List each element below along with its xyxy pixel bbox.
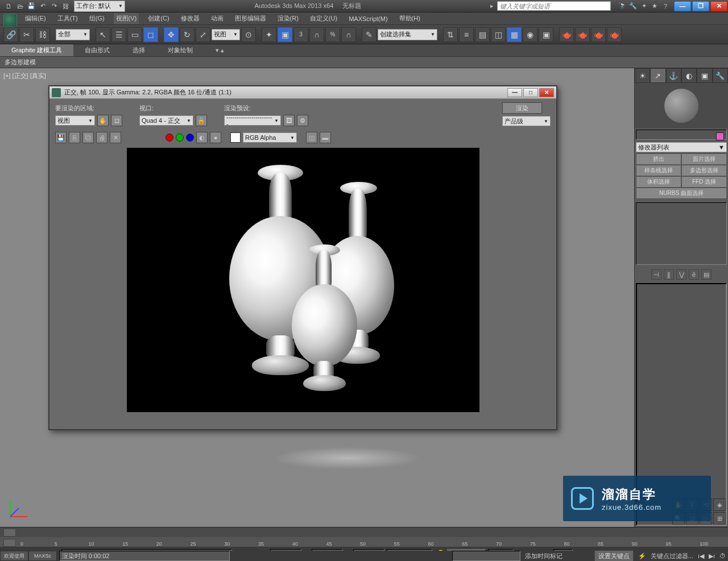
save-icon[interactable]: 💾 [26, 1, 36, 11]
link-tool-icon[interactable]: 🔗 [3, 27, 18, 42]
render-iterative-icon[interactable]: 🫖 [591, 27, 606, 42]
copy-image-icon[interactable]: ⎘ [69, 132, 80, 143]
environ-icon[interactable]: 🖼 [283, 115, 295, 126]
star-icon[interactable]: ★ [650, 2, 659, 11]
rendered-image[interactable] [127, 148, 479, 412]
ribbon-tab-graphite[interactable]: Graphite 建模工具 [0, 44, 73, 56]
effects-icon[interactable]: ⚙ [297, 115, 308, 126]
menu-graph-editors[interactable]: 图形编辑器 [233, 13, 268, 24]
key-filter-button[interactable]: 关键点过滤器... [651, 552, 693, 560]
snap-options-icon[interactable]: ∩ [341, 27, 356, 42]
bg-color-swatch[interactable] [230, 132, 241, 143]
modifier-list-dropdown[interactable]: 修改器列表▼ [636, 142, 727, 152]
render-maximize-button[interactable]: □ [523, 88, 538, 97]
layer-icon[interactable]: ▤ [475, 27, 490, 42]
new-icon[interactable]: 🗋 [3, 1, 14, 11]
time-config-icon[interactable] [3, 529, 16, 537]
render-minimize-button[interactable]: — [507, 88, 522, 97]
object-color-swatch[interactable] [716, 132, 724, 140]
align-icon[interactable]: ≡ [459, 27, 474, 42]
render-setup-icon[interactable]: ▣ [539, 27, 553, 42]
mini-listener[interactable]: 欢迎使用 MAXSc [0, 551, 57, 561]
mod-btn-nurbs[interactable]: NURBS 曲面选择 [636, 188, 727, 199]
red-channel-icon[interactable] [166, 134, 173, 142]
ribbon-panel-label[interactable]: 多边形建模 [5, 58, 36, 67]
clone-image-icon[interactable]: ⿻ [82, 132, 94, 143]
config-sets-icon[interactable]: ▤ [701, 269, 712, 280]
caret-icon[interactable]: ▸ [490, 2, 494, 10]
alpha-channel-icon[interactable]: ◐ [196, 132, 208, 143]
tool-icon[interactable]: 🔧 [628, 2, 638, 11]
remove-mod-icon[interactable]: ĕ [689, 269, 699, 280]
menu-rendering[interactable]: 渲染(R) [275, 13, 301, 24]
menu-animation[interactable]: 动画 [209, 13, 226, 24]
menu-group[interactable]: 组(G) [87, 13, 107, 24]
add-time-tag-label[interactable]: 添加时间标记 [525, 552, 562, 560]
toggle-ui-icon[interactable]: ▬ [320, 132, 331, 143]
goto-prev-key-icon[interactable]: ı◀ [698, 552, 704, 560]
select-window-icon[interactable]: ◻ [143, 27, 158, 42]
tab-create-icon[interactable]: ☀ [635, 68, 650, 83]
toggle-overlay-icon[interactable]: ◫ [306, 132, 317, 143]
viewport-dropdown[interactable]: Quad 4 - 正交▼ [139, 115, 193, 126]
tab-motion-icon[interactable]: ◐ [681, 68, 697, 83]
named-sets-icon[interactable]: ✎ [362, 27, 377, 42]
modifier-stack[interactable] [636, 202, 727, 265]
max-viewport-icon[interactable]: ◈ [713, 498, 726, 511]
tab-utilities-icon[interactable]: 🔧 [713, 68, 728, 83]
bind-tool-icon[interactable]: ⛓ [35, 27, 50, 42]
tab-hierarchy-icon[interactable]: ⚓ [666, 68, 681, 83]
menu-maxscript[interactable]: MAXScript(M) [346, 14, 390, 23]
close-button[interactable]: ✕ [710, 1, 727, 11]
object-name-field[interactable] [636, 130, 727, 140]
select-rect-icon[interactable]: ▭ [127, 27, 142, 42]
scale-tool-icon[interactable]: ⤢ [196, 27, 210, 42]
render-frame-icon[interactable]: 🫖 [559, 27, 574, 42]
render-production-icon[interactable]: 🫖 [575, 27, 590, 42]
region-auto-icon[interactable]: ⊡ [111, 115, 122, 126]
viewcube-area[interactable] [635, 83, 728, 128]
key-filter-icon[interactable]: ⚡ [638, 552, 646, 560]
maximize-button[interactable]: ❐ [692, 1, 709, 11]
schematic-icon[interactable]: ▦ [507, 27, 522, 42]
menu-create[interactable]: 创建(C) [146, 13, 171, 24]
curve-editor-icon[interactable]: ◫ [491, 27, 506, 42]
blue-channel-icon[interactable] [186, 134, 194, 142]
show-result-icon[interactable]: ‖ [664, 269, 674, 280]
mono-channel-icon[interactable]: ● [210, 132, 221, 143]
green-channel-icon[interactable] [176, 134, 184, 142]
ref-coord-dropdown[interactable]: 视图▼ [212, 29, 240, 40]
binoculars-icon[interactable]: 🔭 [618, 2, 627, 11]
named-selection-input[interactable]: 创建选择集▼ [378, 29, 437, 40]
lock-viewport-icon[interactable]: 🔒 [196, 115, 207, 126]
mod-btn-poly-select[interactable]: 多边形选择 [681, 165, 727, 176]
link-icon[interactable]: ⛓ [60, 1, 71, 11]
set-key-button[interactable]: 设置关键点 [594, 550, 634, 561]
exchange-icon[interactable]: ✦ [639, 2, 648, 11]
percent-snap-icon[interactable]: ∩ [309, 27, 324, 42]
save-image-icon[interactable]: 💾 [55, 132, 67, 143]
manipulate-icon[interactable]: ✦ [262, 27, 276, 42]
menu-help[interactable]: 帮助(H) [397, 13, 423, 24]
undo-icon[interactable]: ↶ [38, 1, 48, 11]
minimize-button[interactable]: — [674, 1, 691, 11]
region-edit-icon[interactable]: ✋ [97, 115, 109, 126]
zoom-extents-icon[interactable]: ⊞ [713, 512, 726, 525]
viewcube-sphere[interactable] [664, 89, 698, 123]
print-icon[interactable]: 🖨 [96, 132, 107, 143]
mod-btn-extrude[interactable]: 挤出 [636, 153, 681, 165]
mod-btn-ffd-select[interactable]: FFD 选择 [681, 176, 727, 188]
spinner-snap-icon[interactable]: % [325, 27, 340, 42]
menu-views[interactable]: 视图(V) [114, 13, 139, 24]
preset-dropdown[interactable]: -----------------------▼ [224, 115, 281, 126]
menu-customize[interactable]: 自定义(U) [308, 13, 340, 24]
material-editor-icon[interactable]: ◉ [523, 27, 537, 42]
time-slider[interactable] [0, 527, 728, 537]
mod-btn-face-select[interactable]: 面片选择 [681, 153, 727, 165]
pivot-icon[interactable]: ⊙ [241, 27, 256, 42]
rotate-tool-icon[interactable]: ↻ [180, 27, 195, 42]
help-icon[interactable]: ? [661, 2, 670, 11]
track-toggle-icon[interactable] [3, 539, 16, 547]
snap-toggle-icon[interactable]: ▣ [278, 27, 292, 42]
menu-tools[interactable]: 工具(T) [55, 13, 80, 24]
